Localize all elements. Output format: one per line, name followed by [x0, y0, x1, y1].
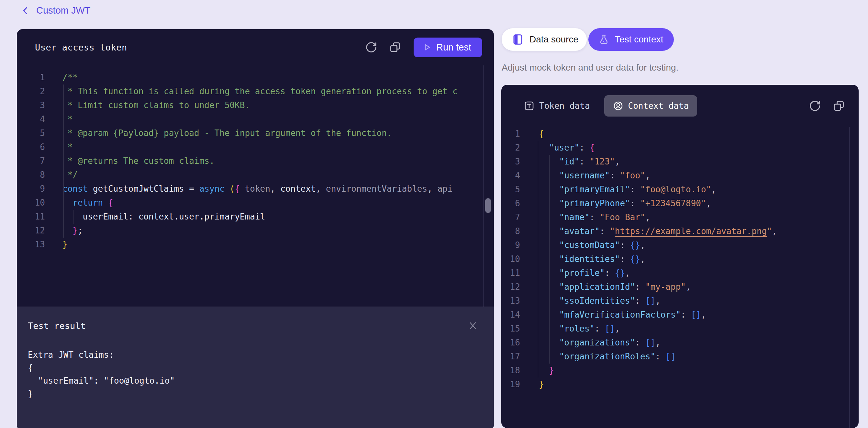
line-number: 6 [17, 140, 45, 154]
code-line: 8 */ [17, 168, 483, 182]
code-text: "applicationId": "my-app", [520, 280, 691, 294]
code-line: 3 * Limit custom claims to under 50KB. [17, 98, 483, 112]
test-result-output: Extra JWT claims:{ "userEmail": "foo@log… [17, 348, 494, 400]
code-line: 5 * @param {Payload} payload - The input… [17, 126, 483, 140]
code-text: "roles": [], [520, 322, 620, 336]
code-text: * [45, 140, 72, 154]
close-button[interactable] [467, 320, 479, 332]
line-number: 2 [501, 141, 520, 155]
code-line: 7 * @returns The custom claims. [17, 154, 483, 168]
tab-test-context[interactable]: Test context [588, 28, 674, 51]
code-text: "mfaVerificationFactors": [], [520, 308, 706, 322]
refresh-icon [365, 41, 377, 54]
code-text: * This function is called during the acc… [45, 85, 458, 98]
output-line: "userEmail": "foo@logto.io" [28, 374, 494, 387]
code-line: 7 "name": "Foo Bar", [501, 210, 849, 224]
line-number: 7 [501, 210, 520, 224]
code-line: 8 "avatar": "https://example.com/avatar.… [501, 224, 849, 238]
left-code-editor[interactable]: 1/**2 * This function is called during t… [17, 65, 494, 307]
line-number: 12 [501, 280, 520, 294]
code-text: } [45, 238, 68, 251]
editor-scroll-divider [483, 65, 484, 307]
line-number: 1 [17, 70, 45, 85]
code-text: */ [45, 168, 78, 182]
code-line: 12 "applicationId": "my-app", [501, 280, 849, 294]
code-line: 14 "mfaVerificationFactors": [], [501, 308, 849, 322]
line-number: 13 [17, 238, 45, 251]
indent-guide [73, 210, 73, 224]
line-number: 11 [17, 210, 45, 224]
line-number: 13 [501, 294, 520, 308]
token-t-icon [524, 100, 535, 111]
refresh-button[interactable] [364, 40, 379, 55]
tab-data-source[interactable]: Data source [502, 28, 587, 51]
tab-context-data[interactable]: Context data [604, 95, 698, 117]
code-line: 13} [17, 238, 483, 251]
user-access-token-panel: User access token Run test 1/**2 * This … [17, 29, 494, 428]
left-editor-title: User access token [35, 42, 127, 53]
line-number: 15 [501, 322, 520, 336]
vertical-scrollbar[interactable] [485, 198, 491, 213]
right-code-lines: 1{2 "user": {3 "id": "123",4 "username":… [501, 127, 859, 391]
copy-button[interactable] [831, 98, 846, 113]
play-icon [422, 42, 432, 52]
line-number: 17 [501, 350, 520, 364]
line-number: 3 [501, 155, 520, 169]
line-number: 12 [17, 224, 45, 238]
line-number: 5 [17, 126, 45, 140]
code-text: const getCustomJwtClaims = async ({ toke… [45, 182, 453, 196]
code-text: "organizations": [], [520, 336, 660, 350]
right-editor-header: Token data Context data [501, 85, 859, 127]
code-text: "avatar": "https://example.com/avatar.pn… [520, 224, 777, 238]
line-number: 18 [501, 364, 520, 377]
code-text: } [520, 377, 544, 391]
output-line: Extra JWT claims: [28, 348, 494, 361]
copy-icon [389, 41, 401, 54]
line-number: 14 [501, 308, 520, 322]
line-number: 1 [501, 127, 520, 141]
code-line: 4 "username": "foo", [501, 169, 849, 183]
code-text: "customData": {}, [520, 238, 645, 252]
indent-guide [538, 141, 538, 377]
code-text: } [520, 364, 554, 377]
tab-token-data[interactable]: Token data [515, 95, 598, 117]
code-line: 9 "customData": {}, [501, 238, 849, 252]
code-text: * [45, 112, 72, 126]
code-text: "user": { [520, 141, 594, 155]
code-line: 17 "organizationRoles": [] [501, 350, 849, 364]
code-text: "organizationRoles": [] [520, 350, 676, 364]
tab-test-context-label: Test context [615, 34, 663, 45]
code-text: "username": "foo", [520, 169, 650, 183]
user-circle-icon [613, 100, 624, 111]
line-number: 7 [17, 154, 45, 168]
code-line: 10 return { [17, 196, 483, 210]
code-line: 6 * [17, 140, 483, 154]
output-line: } [28, 387, 494, 400]
test-context-panel: Token data Context data 1{2 "user": {3 "… [501, 85, 859, 428]
run-test-button[interactable]: Run test [413, 37, 482, 57]
copy-icon [833, 100, 845, 112]
code-text: "id": "123", [520, 155, 620, 169]
line-number: 11 [501, 266, 520, 280]
back-link[interactable]: Custom JWT [21, 5, 91, 16]
chevron-left-icon [21, 6, 30, 16]
code-line: 1/** [17, 70, 483, 85]
context-data-editor[interactable]: 1{2 "user": {3 "id": "123",4 "username":… [501, 127, 859, 428]
line-number: 10 [17, 196, 45, 210]
code-line: 5 "primaryEmail": "foo@logto.io", [501, 183, 849, 196]
refresh-button[interactable] [807, 98, 823, 113]
test-result-panel: Test result Extra JWT claims:{ "userEmai… [17, 307, 494, 428]
indent-guide [63, 85, 64, 238]
line-number: 16 [501, 336, 520, 350]
code-line: 13 "ssoIdentities": [], [501, 294, 849, 308]
line-number: 3 [17, 98, 45, 112]
run-test-label: Run test [436, 42, 471, 53]
tab-data-source-label: Data source [529, 34, 578, 45]
code-line: 10 "identities": {}, [501, 252, 849, 266]
close-icon [468, 320, 478, 331]
test-context-subtitle: Adjust mock token and user data for test… [502, 62, 678, 73]
line-number: 4 [17, 112, 45, 126]
copy-button[interactable] [388, 40, 403, 55]
code-line: 4 * [17, 112, 483, 126]
code-text: }; [45, 224, 83, 238]
